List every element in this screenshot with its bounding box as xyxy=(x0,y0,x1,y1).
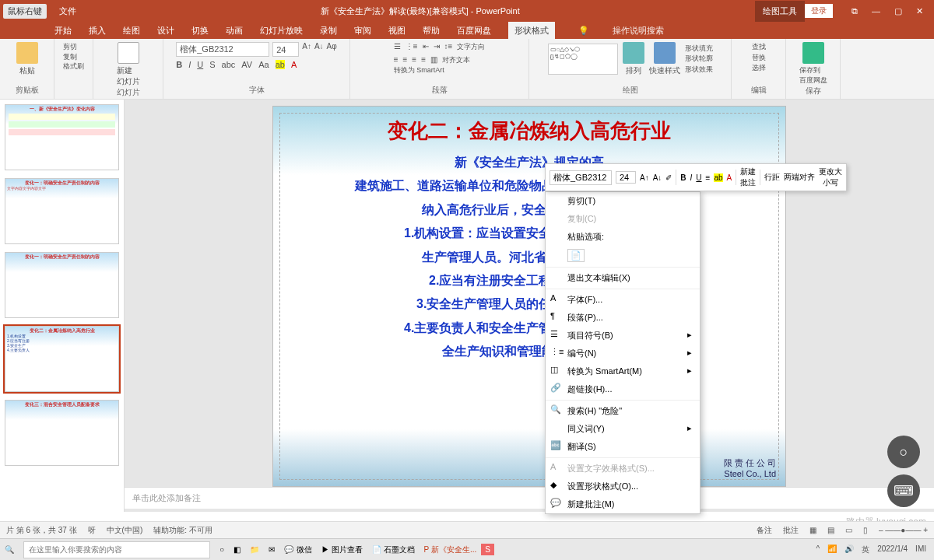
shapes-gallery[interactable]: ▭○△◇↘⬡{}↯◻⬠◯ xyxy=(548,44,618,75)
tab-view[interactable]: 视图 xyxy=(388,25,406,37)
sorter-view-icon[interactable]: ▤ xyxy=(827,526,834,534)
float-keyboard-button[interactable]: ⌨ xyxy=(887,474,920,507)
shape-outline-button[interactable]: 形状轮廓 xyxy=(685,54,713,65)
task-mail[interactable]: ✉ xyxy=(264,545,279,554)
baidu-save-button[interactable]: 保存到 百度网盘 xyxy=(799,65,827,86)
tab-help[interactable]: 帮助 xyxy=(423,25,440,37)
paste-icon[interactable] xyxy=(16,42,38,64)
cut-button[interactable]: 剪切 xyxy=(63,42,84,52)
mini-new-comment[interactable]: 新建 批注 xyxy=(740,166,756,188)
mini-bold-button[interactable]: B xyxy=(680,173,686,182)
tab-record[interactable]: 录制 xyxy=(320,25,337,37)
shadow-button[interactable]: S xyxy=(209,60,215,69)
spacing-button[interactable]: AV xyxy=(241,60,252,69)
ribbon-options-icon[interactable]: ⧉ xyxy=(851,6,858,16)
mini-underline-button[interactable]: U xyxy=(696,173,701,182)
task-imageviewer[interactable]: ▶ 图片查看 xyxy=(317,544,367,555)
thumbnail-2[interactable]: 变化一：明确安全生产责任制的内容文字内容文字内容文字 xyxy=(5,178,119,244)
tab-transitions[interactable]: 切换 xyxy=(191,25,209,37)
highlight-button[interactable]: ab xyxy=(276,60,285,69)
tab-review[interactable]: 审阅 xyxy=(354,25,371,37)
close-icon[interactable]: ✕ xyxy=(916,6,923,16)
tab-slideshow[interactable]: 幻灯片放映 xyxy=(260,25,303,37)
line-spacing-icon[interactable]: ↕≡ xyxy=(444,42,453,52)
lang-indicator[interactable]: 呀 xyxy=(88,525,96,536)
format-painter-button[interactable]: 格式刷 xyxy=(63,61,84,72)
comments-toggle[interactable]: 批注 xyxy=(783,525,799,536)
align-right-icon[interactable]: ≡ xyxy=(412,55,416,65)
clear-format-icon[interactable]: Aφ xyxy=(327,42,337,57)
italic-button[interactable]: I xyxy=(188,60,191,69)
bold-button[interactable]: B xyxy=(176,60,182,69)
tray-expand-icon[interactable]: ^ xyxy=(816,544,820,555)
language-status[interactable]: 中文(中国) xyxy=(107,525,143,536)
increase-font-icon[interactable]: A↑ xyxy=(302,42,311,57)
mini-linespacing[interactable]: 行距 xyxy=(764,172,780,183)
tab-insert[interactable]: 插入 xyxy=(89,25,106,37)
decrease-font-icon[interactable]: A↓ xyxy=(314,42,324,57)
task-powerpoint[interactable]: P 新《安全生... xyxy=(420,544,482,555)
tray-ime-mode[interactable]: IMI xyxy=(915,544,926,555)
mini-highlight-icon[interactable]: ab xyxy=(714,173,722,182)
login-button[interactable]: 登录 xyxy=(805,4,833,18)
columns-icon[interactable]: ▥ xyxy=(430,55,437,65)
shape-fill-button[interactable]: 形状填充 xyxy=(685,44,713,54)
indent-dec-icon[interactable]: ⇤ xyxy=(423,42,429,52)
mini-shrink-icon[interactable]: A↓ xyxy=(653,173,662,182)
minimize-icon[interactable]: — xyxy=(872,6,880,16)
align-text-button[interactable]: 对齐文本 xyxy=(442,55,470,65)
tell-me-search[interactable]: 操作说明搜索 xyxy=(613,25,664,37)
file-menu[interactable]: 文件 xyxy=(50,5,86,17)
quick-styles-icon[interactable] xyxy=(654,42,676,64)
tab-home[interactable]: 开始 xyxy=(54,25,72,37)
ctx-new-comment[interactable]: 💬新建批注(M) xyxy=(546,495,700,513)
slide-title[interactable]: 变化二：金属冶炼纳入高危行业 xyxy=(287,117,771,145)
mini-grow-icon[interactable]: A↑ xyxy=(640,173,649,182)
reading-view-icon[interactable]: ▭ xyxy=(845,526,852,534)
ctx-paragraph[interactable]: ¶段落(P)... xyxy=(546,309,700,327)
thumbnail-3[interactable]: 变化一：明确安全生产责任制的内容 xyxy=(5,252,119,318)
slideshow-view-icon[interactable]: ▯ xyxy=(863,526,868,534)
indent-inc-icon[interactable]: ⇥ xyxy=(434,42,440,52)
mini-font-size[interactable]: 24 xyxy=(616,171,636,184)
underline-button[interactable]: U xyxy=(197,60,203,69)
quick-styles-button[interactable]: 快速样式 xyxy=(649,65,680,76)
select-button[interactable]: 选择 xyxy=(752,63,766,74)
notes-toggle[interactable]: 备注 xyxy=(757,525,772,536)
font-size-select[interactable]: 24 xyxy=(272,42,299,57)
ctx-numbering[interactable]: ⋮≡编号(N)▸ xyxy=(546,345,700,362)
drawing-tools-tab[interactable]: 绘图工具 xyxy=(755,1,805,22)
ctx-synonym[interactable]: 同义词(Y)▸ xyxy=(546,420,700,438)
ctx-font[interactable]: A字体(F)... xyxy=(546,291,700,309)
case-button[interactable]: Aa xyxy=(258,60,269,69)
mini-change-case[interactable]: 更改大 小写 xyxy=(819,166,842,188)
tab-baidu[interactable]: 百度网盘 xyxy=(457,25,491,37)
taskbar-search[interactable]: 在这里输入你要搜索的内容 xyxy=(23,541,210,558)
maximize-icon[interactable]: ▢ xyxy=(894,6,902,16)
strike-button[interactable]: abc xyxy=(222,60,236,69)
task-explorer[interactable]: 📁 xyxy=(245,545,264,554)
ctx-paste-mode[interactable]: 📄 xyxy=(546,246,700,265)
arrange-icon[interactable] xyxy=(623,42,644,64)
mini-font-color-icon[interactable]: A xyxy=(727,173,732,182)
ctx-shape-format[interactable]: ◆设置形状格式(O)... xyxy=(546,478,700,495)
thumbnail-5[interactable]: 变化三：混合安全管理人员配备要求 xyxy=(5,400,119,466)
search-icon[interactable]: 🔍 xyxy=(0,545,19,554)
mini-format-painter-icon[interactable]: ✐ xyxy=(665,173,672,182)
ctx-search[interactable]: 🔍搜索(H) "危险" xyxy=(546,402,700,420)
task-cortana[interactable]: ○ xyxy=(215,545,229,554)
arrange-button[interactable]: 排列 xyxy=(626,65,641,76)
find-button[interactable]: 查找 xyxy=(752,42,766,53)
thumbnail-4[interactable]: 变化二：金属冶炼纳入高危行业1.机构设置2.应当有注册3.安全生产4.主要负责人 xyxy=(5,326,119,392)
mini-align-icon[interactable]: ≡ xyxy=(706,173,711,182)
task-shimo[interactable]: 📄 石墨文档 xyxy=(367,544,420,555)
copy-button[interactable]: 复制 xyxy=(63,52,84,62)
tray-date[interactable]: 2022/1/4 xyxy=(877,544,908,555)
tab-draw[interactable]: 绘图 xyxy=(123,25,140,37)
justify-icon[interactable]: ≡ xyxy=(421,55,426,65)
task-view[interactable]: ◧ xyxy=(229,545,245,554)
ctx-translate[interactable]: 🔤翻译(S) xyxy=(546,438,700,456)
convert-smartart-button[interactable]: 转换为 SmartArt xyxy=(394,65,486,75)
bullets-icon[interactable]: ☰ xyxy=(394,42,401,52)
tray-network-icon[interactable]: 📶 xyxy=(827,544,837,555)
